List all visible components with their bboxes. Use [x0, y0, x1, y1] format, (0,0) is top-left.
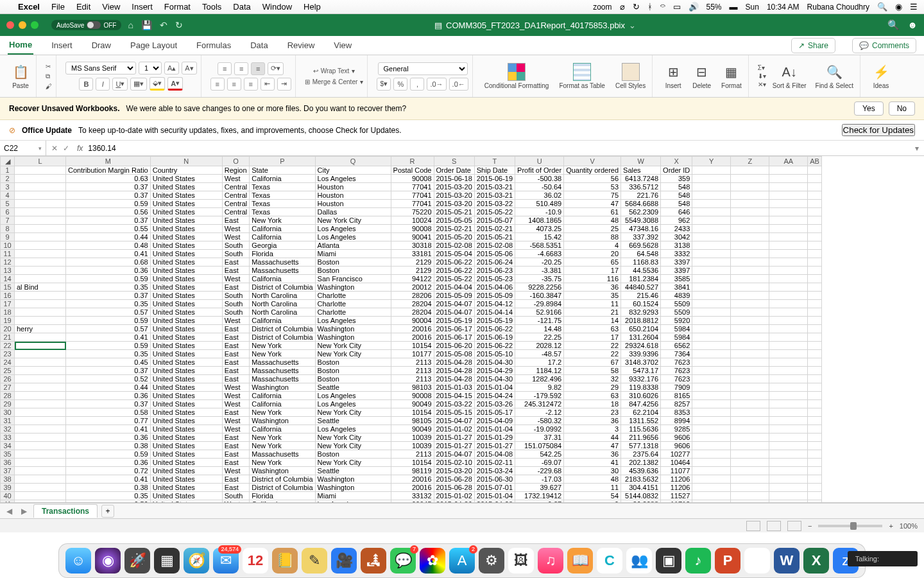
- zoom-slider[interactable]: [818, 525, 882, 527]
- merge-center-button[interactable]: Merge & Center: [312, 78, 358, 85]
- cell[interactable]: 0.55: [66, 225, 151, 233]
- cell[interactable]: United States: [150, 383, 222, 392]
- cell[interactable]: -179.592: [515, 392, 564, 400]
- cell[interactable]: 2015-05-22: [434, 275, 474, 283]
- cell[interactable]: 90004: [391, 317, 434, 325]
- row-header[interactable]: 33: [1, 434, 15, 442]
- cell[interactable]: [692, 333, 731, 342]
- cell[interactable]: 548: [661, 191, 692, 200]
- row-header[interactable]: 24: [1, 358, 15, 367]
- cell[interactable]: East: [222, 367, 249, 375]
- cell[interactable]: East: [222, 358, 249, 367]
- row-header[interactable]: 39: [1, 484, 15, 492]
- excel-dock-icon[interactable]: X: [803, 548, 829, 574]
- cell[interactable]: New York City: [315, 459, 391, 467]
- cell[interactable]: United States: [150, 267, 222, 275]
- cell[interactable]: 77041: [391, 183, 434, 191]
- format-as-table-button[interactable]: Format as Table: [556, 63, 608, 89]
- cell[interactable]: [692, 408, 731, 417]
- cell[interactable]: al Bind: [15, 283, 66, 292]
- cell[interactable]: [15, 375, 66, 383]
- row-header[interactable]: 29: [1, 400, 15, 408]
- cell[interactable]: [15, 367, 66, 375]
- cell[interactable]: 2375.64: [621, 450, 661, 459]
- row-header[interactable]: 7: [1, 216, 15, 225]
- cell[interactable]: [731, 392, 769, 400]
- cell[interactable]: Los Angeles: [315, 225, 391, 233]
- cell[interactable]: -3.381: [515, 267, 564, 275]
- row-header[interactable]: 17: [1, 300, 15, 308]
- cell[interactable]: [692, 267, 731, 275]
- powerpoint-icon[interactable]: P: [715, 548, 740, 574]
- cell[interactable]: Boston: [315, 358, 391, 367]
- cell[interactable]: 215.46: [621, 292, 661, 300]
- cell[interactable]: 36: [564, 283, 621, 292]
- cell[interactable]: 4839: [661, 292, 692, 300]
- account-icon[interactable]: ☻: [907, 19, 918, 31]
- row-header[interactable]: 37: [1, 467, 15, 475]
- tab-home[interactable]: Home: [8, 36, 33, 55]
- cell[interactable]: 2028.12: [515, 342, 564, 350]
- cell[interactable]: 10277: [661, 450, 692, 459]
- cell[interactable]: 2015-01-27: [434, 434, 474, 442]
- chevron-down-icon[interactable]: ⌄: [629, 21, 636, 30]
- col-header-T[interactable]: T: [474, 157, 515, 166]
- cell[interactable]: Massachusetts: [250, 258, 315, 267]
- cancel-formula-icon[interactable]: ✕: [51, 144, 58, 153]
- cell[interactable]: 2015-05-19: [434, 317, 474, 325]
- cell[interactable]: 2015-04-24: [474, 392, 515, 400]
- cell[interactable]: 0.58: [66, 408, 151, 417]
- appstore-icon[interactable]: A2: [449, 548, 475, 574]
- row-header[interactable]: 1: [1, 166, 15, 175]
- mission-control-icon[interactable]: ▦: [154, 548, 180, 574]
- menu-app[interactable]: Excel: [18, 2, 40, 12]
- row-header[interactable]: 4: [1, 191, 15, 200]
- cell[interactable]: 0.52: [66, 375, 151, 383]
- cell[interactable]: 1732.19412: [515, 492, 564, 500]
- cell[interactable]: 2015-05-21: [474, 233, 515, 241]
- cell[interactable]: 90008: [391, 225, 434, 233]
- mail-icon[interactable]: ✉24,574: [213, 548, 239, 574]
- header-cell[interactable]: [15, 166, 66, 175]
- cell[interactable]: 5509: [661, 300, 692, 308]
- cell[interactable]: [692, 442, 731, 450]
- cell[interactable]: Washington: [315, 475, 391, 484]
- cell[interactable]: Texas: [250, 200, 315, 208]
- sheet-nav-next-icon[interactable]: ▶: [19, 507, 30, 516]
- cell[interactable]: [15, 333, 66, 342]
- cell[interactable]: [769, 300, 808, 308]
- cell[interactable]: 90045: [391, 500, 434, 504]
- cell[interactable]: Washington: [315, 333, 391, 342]
- cell[interactable]: 9.82: [515, 383, 564, 392]
- clear-icon[interactable]: ✕▾: [758, 81, 766, 88]
- cell[interactable]: 2015-01-02: [434, 492, 474, 500]
- cell[interactable]: 181.2384: [621, 275, 661, 283]
- cell[interactable]: Boston: [315, 375, 391, 383]
- cell[interactable]: [731, 267, 769, 275]
- cell[interactable]: [769, 241, 808, 250]
- cell[interactable]: United States: [150, 400, 222, 408]
- siri-dock-icon[interactable]: ◉: [95, 548, 121, 574]
- bluetooth-icon[interactable]: ᚼ: [647, 2, 653, 12]
- cell[interactable]: [731, 408, 769, 417]
- cell[interactable]: [15, 500, 66, 504]
- cell[interactable]: [731, 258, 769, 267]
- cell[interactable]: 2018.8812: [621, 317, 661, 325]
- mic-off-icon[interactable]: ⌀: [620, 2, 625, 12]
- cell[interactable]: 20016: [391, 333, 434, 342]
- cell[interactable]: Dallas: [315, 208, 391, 216]
- select-all-corner[interactable]: ◢: [1, 157, 15, 166]
- menu-format[interactable]: Format: [164, 2, 191, 12]
- cell[interactable]: 4: [564, 241, 621, 250]
- cell[interactable]: 245.312472: [515, 400, 564, 408]
- cell[interactable]: United States: [150, 375, 222, 383]
- cell[interactable]: East: [222, 450, 249, 459]
- cell[interactable]: New York: [250, 216, 315, 225]
- cell[interactable]: [692, 225, 731, 233]
- cell[interactable]: South: [222, 492, 249, 500]
- cell[interactable]: Texas: [250, 191, 315, 200]
- cell[interactable]: [769, 484, 808, 492]
- cell[interactable]: United States: [150, 500, 222, 504]
- cell[interactable]: [769, 358, 808, 367]
- cell[interactable]: 3841: [661, 283, 692, 292]
